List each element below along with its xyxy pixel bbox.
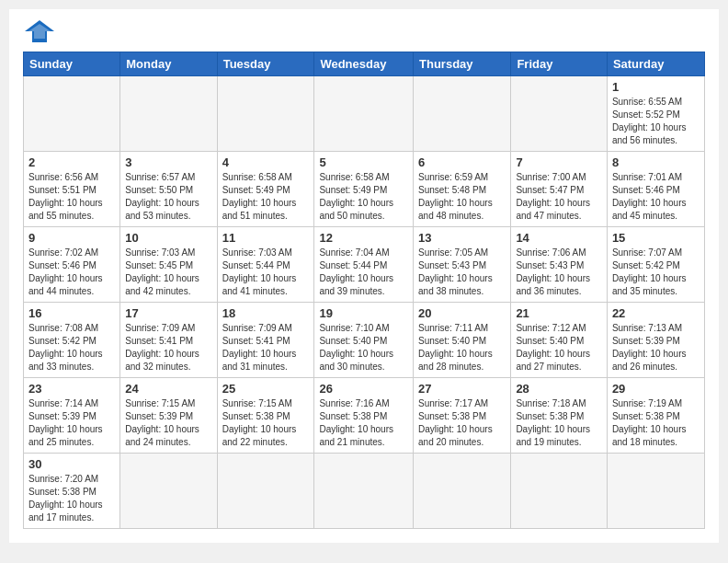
day-number: 26 <box>319 382 408 396</box>
calendar-cell <box>511 454 608 529</box>
calendar-cell: 30Sunrise: 7:20 AM Sunset: 5:38 PM Dayli… <box>24 454 120 529</box>
day-info: Sunrise: 7:18 AM Sunset: 5:38 PM Dayligh… <box>516 397 602 449</box>
day-info: Sunrise: 7:05 AM Sunset: 5:43 PM Dayligh… <box>418 247 506 298</box>
calendar-cell: 25Sunrise: 7:15 AM Sunset: 5:38 PM Dayli… <box>217 378 314 454</box>
calendar-cell <box>120 454 217 529</box>
day-number: 5 <box>319 155 408 169</box>
day-info: Sunrise: 6:55 AM Sunset: 5:52 PM Dayligh… <box>612 96 700 147</box>
day-info: Sunrise: 6:58 AM Sunset: 5:49 PM Dayligh… <box>222 171 310 223</box>
day-header-friday: Friday <box>511 52 608 76</box>
day-number: 12 <box>319 231 408 245</box>
calendar-cell: 26Sunrise: 7:16 AM Sunset: 5:38 PM Dayli… <box>314 378 414 454</box>
calendar-cell: 27Sunrise: 7:17 AM Sunset: 5:38 PM Dayli… <box>414 378 511 454</box>
calendar-cell: 29Sunrise: 7:19 AM Sunset: 5:38 PM Dayli… <box>607 378 704 454</box>
day-info: Sunrise: 7:07 AM Sunset: 5:42 PM Dayligh… <box>612 247 700 298</box>
day-info: Sunrise: 7:00 AM Sunset: 5:47 PM Dayligh… <box>516 171 602 223</box>
calendar-week-row: 2Sunrise: 6:56 AM Sunset: 5:51 PM Daylig… <box>24 152 705 227</box>
calendar-cell: 6Sunrise: 6:59 AM Sunset: 5:48 PM Daylig… <box>414 152 511 227</box>
day-number: 3 <box>125 155 211 169</box>
day-number: 21 <box>516 306 602 320</box>
day-number: 8 <box>612 155 700 169</box>
calendar-week-row: 23Sunrise: 7:14 AM Sunset: 5:39 PM Dayli… <box>24 378 705 454</box>
day-info: Sunrise: 7:13 AM Sunset: 5:39 PM Dayligh… <box>612 322 700 373</box>
calendar-cell: 10Sunrise: 7:03 AM Sunset: 5:45 PM Dayli… <box>120 227 217 303</box>
day-number: 1 <box>612 80 700 94</box>
calendar-week-row: 1Sunrise: 6:55 AM Sunset: 5:52 PM Daylig… <box>24 76 705 152</box>
day-number: 9 <box>28 231 115 245</box>
calendar-cell <box>217 76 314 152</box>
calendar-header-row: SundayMondayTuesdayWednesdayThursdayFrid… <box>24 52 705 76</box>
calendar-cell <box>511 76 608 152</box>
day-number: 15 <box>612 231 700 245</box>
day-number: 18 <box>222 306 310 320</box>
day-header-sunday: Sunday <box>24 52 120 76</box>
calendar-cell: 1Sunrise: 6:55 AM Sunset: 5:52 PM Daylig… <box>607 76 704 152</box>
day-number: 13 <box>418 231 506 245</box>
day-number: 4 <box>222 155 310 169</box>
calendar-cell <box>414 76 511 152</box>
calendar-cell: 16Sunrise: 7:08 AM Sunset: 5:42 PM Dayli… <box>24 303 120 378</box>
day-number: 10 <box>125 231 211 245</box>
calendar-week-row: 30Sunrise: 7:20 AM Sunset: 5:38 PM Dayli… <box>24 454 705 529</box>
calendar-cell: 21Sunrise: 7:12 AM Sunset: 5:40 PM Dayli… <box>511 303 608 378</box>
day-info: Sunrise: 7:20 AM Sunset: 5:38 PM Dayligh… <box>28 473 115 524</box>
day-info: Sunrise: 7:09 AM Sunset: 5:41 PM Dayligh… <box>125 322 211 373</box>
day-number: 23 <box>28 382 115 396</box>
day-number: 27 <box>418 382 506 396</box>
logo <box>23 18 60 44</box>
day-number: 14 <box>516 231 602 245</box>
day-number: 6 <box>418 155 506 169</box>
day-info: Sunrise: 7:09 AM Sunset: 5:41 PM Dayligh… <box>222 322 310 373</box>
day-info: Sunrise: 7:16 AM Sunset: 5:38 PM Dayligh… <box>319 397 408 449</box>
day-info: Sunrise: 7:19 AM Sunset: 5:38 PM Dayligh… <box>612 397 700 449</box>
day-info: Sunrise: 6:58 AM Sunset: 5:49 PM Dayligh… <box>319 171 408 223</box>
day-number: 22 <box>612 306 700 320</box>
day-number: 2 <box>28 155 115 169</box>
logo-icon <box>23 18 56 44</box>
calendar-cell: 8Sunrise: 7:01 AM Sunset: 5:46 PM Daylig… <box>607 152 704 227</box>
calendar-cell: 4Sunrise: 6:58 AM Sunset: 5:49 PM Daylig… <box>217 152 314 227</box>
calendar-table: SundayMondayTuesdayWednesdayThursdayFrid… <box>23 52 705 529</box>
day-info: Sunrise: 7:03 AM Sunset: 5:45 PM Dayligh… <box>125 247 211 298</box>
calendar-cell: 28Sunrise: 7:18 AM Sunset: 5:38 PM Dayli… <box>511 378 608 454</box>
day-number: 20 <box>418 306 506 320</box>
day-info: Sunrise: 7:15 AM Sunset: 5:38 PM Dayligh… <box>222 397 310 449</box>
calendar-cell: 19Sunrise: 7:10 AM Sunset: 5:40 PM Dayli… <box>314 303 414 378</box>
calendar-week-row: 16Sunrise: 7:08 AM Sunset: 5:42 PM Dayli… <box>24 303 705 378</box>
day-header-tuesday: Tuesday <box>217 52 314 76</box>
day-header-saturday: Saturday <box>607 52 704 76</box>
day-number: 11 <box>222 231 310 245</box>
day-number: 24 <box>125 382 211 396</box>
day-info: Sunrise: 7:12 AM Sunset: 5:40 PM Dayligh… <box>516 322 602 373</box>
day-info: Sunrise: 7:11 AM Sunset: 5:40 PM Dayligh… <box>418 322 506 373</box>
calendar-cell: 9Sunrise: 7:02 AM Sunset: 5:46 PM Daylig… <box>24 227 120 303</box>
day-info: Sunrise: 7:03 AM Sunset: 5:44 PM Dayligh… <box>222 247 310 298</box>
calendar-cell: 11Sunrise: 7:03 AM Sunset: 5:44 PM Dayli… <box>217 227 314 303</box>
day-number: 25 <box>222 382 310 396</box>
calendar-cell: 23Sunrise: 7:14 AM Sunset: 5:39 PM Dayli… <box>24 378 120 454</box>
day-info: Sunrise: 7:04 AM Sunset: 5:44 PM Dayligh… <box>319 247 408 298</box>
day-info: Sunrise: 7:17 AM Sunset: 5:38 PM Dayligh… <box>418 397 506 449</box>
day-header-thursday: Thursday <box>414 52 511 76</box>
day-number: 19 <box>319 306 408 320</box>
calendar-cell: 20Sunrise: 7:11 AM Sunset: 5:40 PM Dayli… <box>414 303 511 378</box>
calendar-cell: 2Sunrise: 6:56 AM Sunset: 5:51 PM Daylig… <box>24 152 120 227</box>
calendar-page: SundayMondayTuesdayWednesdayThursdayFrid… <box>9 9 719 543</box>
calendar-cell: 14Sunrise: 7:06 AM Sunset: 5:43 PM Dayli… <box>511 227 608 303</box>
calendar-cell: 22Sunrise: 7:13 AM Sunset: 5:39 PM Dayli… <box>607 303 704 378</box>
calendar-week-row: 9Sunrise: 7:02 AM Sunset: 5:46 PM Daylig… <box>24 227 705 303</box>
day-info: Sunrise: 7:14 AM Sunset: 5:39 PM Dayligh… <box>28 397 115 449</box>
calendar-cell <box>314 76 414 152</box>
day-info: Sunrise: 6:59 AM Sunset: 5:48 PM Dayligh… <box>418 171 506 223</box>
calendar-cell: 15Sunrise: 7:07 AM Sunset: 5:42 PM Dayli… <box>607 227 704 303</box>
calendar-cell: 3Sunrise: 6:57 AM Sunset: 5:50 PM Daylig… <box>120 152 217 227</box>
day-info: Sunrise: 7:08 AM Sunset: 5:42 PM Dayligh… <box>28 322 115 373</box>
day-number: 17 <box>125 306 211 320</box>
calendar-cell <box>414 454 511 529</box>
calendar-cell: 7Sunrise: 7:00 AM Sunset: 5:47 PM Daylig… <box>511 152 608 227</box>
day-info: Sunrise: 6:56 AM Sunset: 5:51 PM Dayligh… <box>28 171 115 223</box>
day-info: Sunrise: 7:10 AM Sunset: 5:40 PM Dayligh… <box>319 322 408 373</box>
calendar-cell: 18Sunrise: 7:09 AM Sunset: 5:41 PM Dayli… <box>217 303 314 378</box>
day-header-monday: Monday <box>120 52 217 76</box>
calendar-cell: 17Sunrise: 7:09 AM Sunset: 5:41 PM Dayli… <box>120 303 217 378</box>
